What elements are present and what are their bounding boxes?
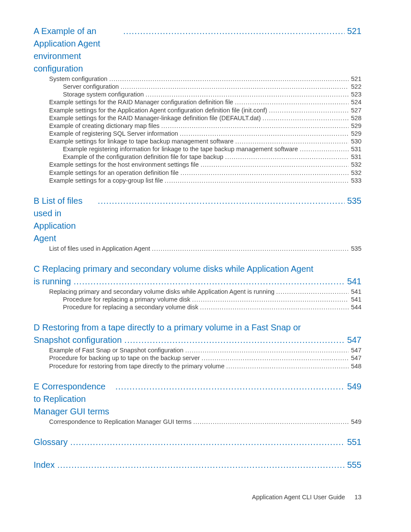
toc-entry-lvl3[interactable]: Storage system configuration ...........…: [34, 90, 361, 98]
toc-entry-lvl1[interactable]: B List of files used in Application Agen…: [34, 195, 361, 245]
toc-entry-lvl2[interactable]: Correspondence to Replication Manager GU…: [34, 418, 361, 426]
toc-entry-page: 547: [345, 334, 361, 346]
toc-entry-title: Procedure for backing up to tape on the …: [49, 354, 200, 362]
toc-dot-leader: ........................................…: [223, 153, 348, 161]
toc-dot-leader: ........................................…: [224, 362, 349, 370]
toc-dot-leader: ........................................…: [199, 161, 348, 168]
toc-entry-page: 521: [345, 25, 361, 37]
toc-entry-title: Example of Fast Snap or Snapshot configu…: [49, 346, 184, 354]
toc-entry-title: Glossary: [34, 436, 68, 448]
toc-dot-leader: ........................................…: [184, 346, 349, 354]
toc-entry-lvl2[interactable]: Example settings for the RAID Manager co…: [34, 98, 361, 106]
toc-entry-lvl1[interactable]: D Restoring from a tape directly to a pr…: [34, 321, 361, 346]
toc-dot-leader: ........................................…: [107, 75, 348, 83]
toc-entry-title: Example settings for a copy-group list f…: [49, 177, 163, 184]
toc-entry-page: 535: [345, 195, 361, 207]
toc-dot-leader: ........................................…: [122, 334, 345, 346]
toc-entry-page: 549: [349, 418, 361, 426]
toc-entry-lvl3[interactable]: Example of the configuration definition …: [34, 153, 361, 161]
toc-entry-page: 530: [349, 137, 361, 145]
toc-dot-leader: ........................................…: [179, 169, 349, 177]
toc-entry-lvl2[interactable]: Example settings for an operation defini…: [34, 169, 361, 177]
toc-entry-page: 527: [349, 106, 361, 114]
toc-dot-leader: ........................................…: [267, 106, 349, 114]
toc-entry-lvl1[interactable]: C Replacing primary and secondary volume…: [34, 263, 361, 288]
toc-entry-lvl2[interactable]: Example settings for linkage to tape bac…: [34, 137, 361, 145]
toc-entry-title: List of files used in Application Agent: [49, 245, 150, 252]
toc-entry-lvl2[interactable]: Replacing primary and secondary volume d…: [34, 288, 361, 296]
toc-entry-title: D Restoring from a tape directly to a pr…: [34, 321, 361, 334]
toc-entry-lvl2[interactable]: Example of registering SQL Server inform…: [34, 130, 361, 137]
toc-entry-lvl1[interactable]: E Correspondence to Replication Manager …: [34, 380, 361, 418]
toc-entry-lvl2[interactable]: Example settings for the RAID Manager-li…: [34, 114, 361, 122]
toc-entry-page: 529: [349, 122, 361, 130]
toc-dot-leader: ........................................…: [163, 177, 348, 184]
toc-dot-leader: ........................................…: [233, 98, 349, 106]
toc-entry-title: Server configuration: [63, 83, 119, 90]
toc-entry-lvl3[interactable]: Procedure for replacing a secondary volu…: [34, 303, 361, 311]
toc-entry-title: Example registering information for link…: [63, 145, 298, 153]
toc-entry-page: 551: [345, 436, 361, 448]
toc-entry-title: Example of the configuration definition …: [63, 153, 223, 161]
toc-entry-lvl3[interactable]: Example registering information for link…: [34, 145, 361, 153]
toc-entry-lvl2[interactable]: Procedure for backing up to tape on the …: [34, 354, 361, 362]
toc-entry-title: E Correspondence to Replication Manager …: [34, 380, 113, 418]
toc-entry-lvl3[interactable]: Server configuration ...................…: [34, 83, 361, 90]
toc-entry-lvl2[interactable]: Example settings for the Application Age…: [34, 106, 361, 114]
toc-entry-page: 529: [349, 130, 361, 137]
toc-entry-lvl2[interactable]: Example of Fast Snap or Snapshot configu…: [34, 346, 361, 354]
toc-dot-leader: ........................................…: [198, 303, 348, 311]
toc-entry-title: A Example of an Application Agent enviro…: [34, 25, 121, 75]
toc-entry-title: Procedure for replacing a secondary volu…: [63, 303, 198, 311]
toc-dot-leader: ........................................…: [71, 275, 345, 288]
toc-entry-page: 541: [349, 288, 361, 296]
toc-entry-page: 531: [349, 153, 361, 161]
toc-entry-lvl2[interactable]: Example of creating dictionary map files…: [34, 122, 361, 130]
toc-entry-title: Snapshot configuration: [34, 334, 122, 346]
toc-entry-title: Example of creating dictionary map files: [49, 122, 159, 130]
page-footer: Application Agent CLI User Guide 13: [252, 494, 361, 501]
toc-dot-leader: ........................................…: [298, 145, 349, 153]
toc-entry-title: B List of files used in Application Agen…: [34, 195, 95, 245]
toc-entry-page: 531: [349, 145, 361, 153]
toc-entry-page: 544: [349, 303, 361, 311]
toc-entry-page: 535: [349, 245, 361, 252]
toc-entry-title: Correspondence to Replication Manager GU…: [49, 418, 191, 426]
toc-entry-title: Example settings for linkage to tape bac…: [49, 137, 234, 145]
toc-entry-page: 547: [349, 354, 361, 362]
toc-entry-lvl3[interactable]: Procedure for replacing a primary volume…: [34, 296, 361, 303]
toc-entry-lvl2[interactable]: List of files used in Application Agent …: [34, 245, 361, 252]
toc-entry-page: 533: [349, 177, 361, 184]
footer-page-number: 13: [347, 494, 361, 501]
toc-entry-title: Storage system configuration: [63, 90, 144, 98]
toc-entry-page: 549: [345, 380, 361, 393]
toc-entry-page: 522: [349, 83, 361, 90]
toc-entry-title: is running: [34, 275, 71, 288]
toc-entry-lvl2[interactable]: Example settings for a copy-group list f…: [34, 177, 361, 184]
toc-entry-page: 532: [349, 161, 361, 168]
toc-dot-leader: ........................................…: [200, 354, 349, 362]
toc-dot-leader: ........................................…: [159, 122, 349, 130]
toc-page: A Example of an Application Agent enviro…: [0, 0, 411, 471]
toc-entry-lvl2[interactable]: Procedure for restoring from tape direct…: [34, 362, 361, 370]
toc-dot-leader: ........................................…: [95, 195, 345, 207]
toc-dot-leader: ........................................…: [144, 90, 349, 98]
toc-entry-lvl2[interactable]: Example settings for the host environmen…: [34, 161, 361, 168]
toc-dot-leader: ........................................…: [113, 380, 345, 393]
toc-entry-title: Index: [34, 459, 55, 471]
toc-entry-lvl1[interactable]: Index ..................................…: [34, 459, 361, 471]
footer-doc-title: Application Agent CLI User Guide: [252, 494, 345, 501]
toc-dot-leader: ........................................…: [150, 245, 349, 252]
toc-entry-page: 528: [349, 114, 361, 122]
toc-entry-lvl1[interactable]: Glossary ...............................…: [34, 436, 361, 448]
toc-entry-page: 548: [349, 362, 361, 370]
toc-dot-leader: ........................................…: [261, 114, 348, 122]
toc-entry-lvl2[interactable]: System configuration ...................…: [34, 75, 361, 83]
toc-entry-lvl1[interactable]: A Example of an Application Agent enviro…: [34, 25, 361, 75]
toc-entry-title: Example settings for the Application Age…: [49, 106, 267, 114]
toc-entry-title: Procedure for restoring from tape direct…: [49, 362, 224, 370]
toc-entry-page: 523: [349, 90, 361, 98]
toc-dot-leader: ........................................…: [178, 130, 349, 137]
toc-entry-page: 555: [345, 459, 361, 471]
toc-dot-leader: ........................................…: [234, 137, 349, 145]
